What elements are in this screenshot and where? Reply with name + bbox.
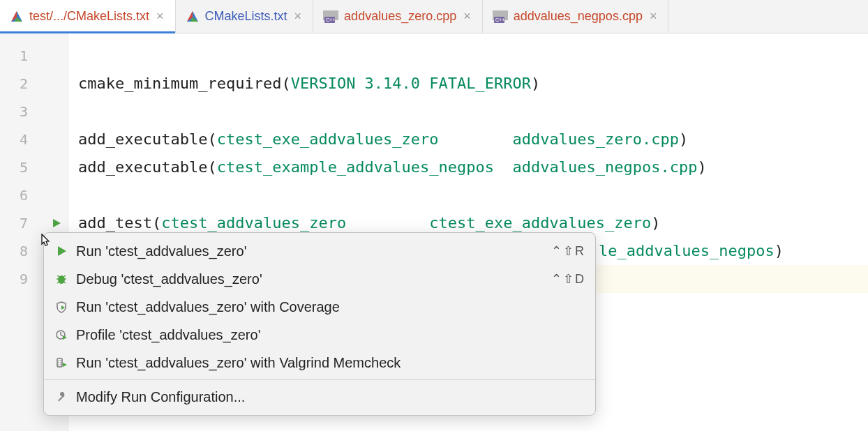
cpp-icon: C++ xyxy=(493,10,508,23)
run-icon xyxy=(54,245,69,257)
close-icon[interactable]: × xyxy=(462,9,472,24)
menu-modify-config[interactable]: Modify Run Configuration... xyxy=(44,383,595,411)
tab-cmakelists-test[interactable]: test/.../CMakeLists.txt × xyxy=(0,0,176,33)
cmake-icon xyxy=(10,10,24,24)
svg-point-29 xyxy=(60,360,61,361)
svg-point-32 xyxy=(58,364,59,365)
tab-addvalues-negpos[interactable]: C++ addvalues_negpos.cpp × xyxy=(483,0,669,33)
menu-label: Profile 'ctest_addvalues_zero' xyxy=(76,327,585,343)
menu-label: Run 'ctest_addvalues_zero' with Valgrind… xyxy=(76,355,585,371)
menu-valgrind[interactable]: Run 'ctest_addvalues_zero' with Valgrind… xyxy=(44,349,595,377)
tab-label: test/.../CMakeLists.txt xyxy=(29,9,149,24)
code-line xyxy=(68,98,868,126)
line-number: 4 xyxy=(0,131,28,148)
tab-label: addvalues_negpos.cpp xyxy=(514,9,643,24)
svg-line-25 xyxy=(61,335,63,336)
run-context-menu: Run 'ctest_addvalues_zero' ⌃⇧R Debug 'ct… xyxy=(43,232,596,416)
cmake-icon xyxy=(186,10,200,24)
code-line: add_executable(ctest_exe_addvalues_zero … xyxy=(68,126,868,153)
svg-marker-34 xyxy=(63,363,67,367)
menu-separator xyxy=(44,379,595,380)
menu-label: Run 'ctest_addvalues_zero' xyxy=(76,243,544,259)
svg-point-31 xyxy=(60,362,61,363)
svg-rect-27 xyxy=(57,358,62,367)
debug-icon xyxy=(54,273,69,285)
line-number: 1 xyxy=(0,47,28,64)
svg-text:C++: C++ xyxy=(326,17,335,22)
svg-marker-14 xyxy=(58,246,66,256)
svg-marker-12 xyxy=(53,219,61,227)
menu-profile[interactable]: Profile 'ctest_addvalues_zero' xyxy=(44,321,595,349)
close-icon[interactable]: × xyxy=(155,9,165,24)
code-line: cmake_minimum_required(VERSION 3.14.0 FA… xyxy=(68,70,868,98)
svg-point-30 xyxy=(58,362,59,363)
menu-label: Debug 'ctest_addvalues_zero' xyxy=(76,271,544,287)
tab-cmakelists[interactable]: CMakeLists.txt × xyxy=(176,0,314,33)
svg-point-28 xyxy=(58,360,59,361)
svg-text:C++: C++ xyxy=(495,17,504,22)
line-number: 8 xyxy=(0,243,28,259)
profile-icon xyxy=(54,328,69,341)
svg-line-19 xyxy=(63,275,66,277)
line-number: 6 xyxy=(0,187,28,204)
menu-label: Run 'ctest_addvalues_zero' with Coverage xyxy=(76,299,585,315)
tab-label: CMakeLists.txt xyxy=(205,9,287,24)
tab-addvalues-zero[interactable]: C++ addvalues_zero.cpp × xyxy=(313,0,483,33)
code-line xyxy=(68,181,868,209)
wrench-icon xyxy=(54,391,69,403)
menu-shortcut: ⌃⇧D xyxy=(551,271,585,287)
cpp-icon: C++ xyxy=(323,10,338,23)
menu-shortcut: ⌃⇧R xyxy=(551,243,585,259)
close-icon[interactable]: × xyxy=(648,9,659,24)
code-line xyxy=(68,42,868,70)
line-number: 2 xyxy=(0,75,28,92)
line-number: 7 xyxy=(0,215,28,232)
coverage-icon xyxy=(54,301,69,313)
close-icon[interactable]: × xyxy=(293,9,304,24)
menu-run[interactable]: Run 'ctest_addvalues_zero' ⌃⇧R xyxy=(44,237,595,265)
menu-label: Modify Run Configuration... xyxy=(76,389,585,405)
line-number: 9 xyxy=(0,271,28,287)
line-number: 3 xyxy=(0,103,28,120)
code-line: add_executable(ctest_example_addvalues_n… xyxy=(68,153,868,181)
run-gutter-icon[interactable] xyxy=(28,218,62,229)
svg-line-18 xyxy=(57,275,59,277)
svg-marker-22 xyxy=(61,305,65,310)
svg-point-33 xyxy=(60,364,61,365)
menu-coverage[interactable]: Run 'ctest_addvalues_zero' with Coverage xyxy=(44,293,595,321)
menu-debug[interactable]: Debug 'ctest_addvalues_zero' ⌃⇧D xyxy=(44,265,595,293)
line-number: 5 xyxy=(0,159,28,176)
svg-line-20 xyxy=(57,282,59,283)
svg-line-21 xyxy=(63,282,66,283)
editor-tab-bar: test/.../CMakeLists.txt × CMakeLists.txt… xyxy=(0,0,868,33)
valgrind-icon xyxy=(54,356,69,369)
tab-label: addvalues_zero.cpp xyxy=(344,9,456,24)
